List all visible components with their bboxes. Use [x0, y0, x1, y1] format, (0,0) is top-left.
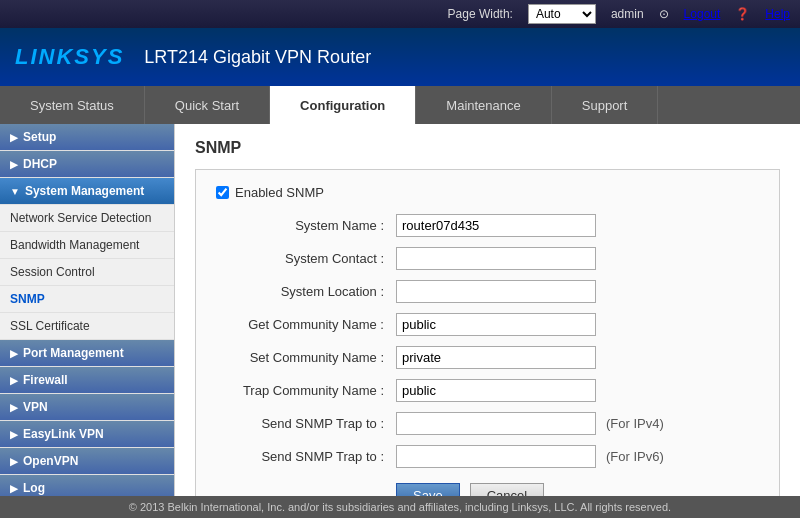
arrow-icon: ▶ — [10, 348, 18, 359]
system-location-input[interactable] — [396, 280, 596, 303]
main-layout: ▶ Setup ▶ DHCP ▼ System Management Netwo… — [0, 124, 800, 496]
page-width-label: Page Width: — [448, 7, 513, 21]
sidebar-item-system-management[interactable]: ▼ System Management — [0, 178, 174, 205]
ipv6-hint: (For IPv6) — [606, 449, 664, 464]
arrow-icon: ▶ — [10, 132, 18, 143]
arrow-icon: ▼ — [10, 186, 20, 197]
arrow-icon: ▶ — [10, 159, 18, 170]
button-row: Save Cancel — [216, 483, 759, 496]
send-snmp-trap-ipv4-label: Send SNMP Trap to : — [216, 416, 396, 431]
sidebar-item-ssl-certificate[interactable]: SSL Certificate — [0, 313, 174, 340]
admin-user: admin — [611, 7, 644, 21]
sidebar-item-openvpn[interactable]: ▶ OpenVPN — [0, 448, 174, 475]
logout-icon: ⊙ — [659, 7, 669, 21]
system-location-row: System Location : — [216, 280, 759, 303]
send-snmp-trap-ipv6-input[interactable] — [396, 445, 596, 468]
arrow-icon: ▶ — [10, 456, 18, 467]
page-title: SNMP — [195, 139, 780, 157]
enabled-snmp-label: Enabled SNMP — [235, 185, 324, 200]
sidebar-item-firewall[interactable]: ▶ Firewall — [0, 367, 174, 394]
system-contact-label: System Contact : — [216, 251, 396, 266]
tab-system-status[interactable]: System Status — [0, 86, 145, 124]
system-name-row: System Name : — [216, 214, 759, 237]
sidebar-item-network-service-detection[interactable]: Network Service Detection — [0, 205, 174, 232]
arrow-icon: ▶ — [10, 429, 18, 440]
sidebar-item-setup[interactable]: ▶ Setup — [0, 124, 174, 151]
system-name-input[interactable] — [396, 214, 596, 237]
help-link[interactable]: Help — [765, 7, 790, 21]
arrow-icon: ▶ — [10, 402, 18, 413]
send-snmp-trap-ipv4-row: Send SNMP Trap to : (For IPv4) — [216, 412, 759, 435]
send-snmp-trap-ipv6-row: Send SNMP Trap to : (For IPv6) — [216, 445, 759, 468]
top-bar: Page Width: Auto 800px 1024px admin ⊙ Lo… — [0, 0, 800, 28]
page-width-select[interactable]: Auto 800px 1024px — [528, 4, 596, 24]
logo: LINKSYS — [15, 44, 124, 70]
sidebar-item-log[interactable]: ▶ Log — [0, 475, 174, 496]
snmp-form: Enabled SNMP System Name : System Contac… — [195, 169, 780, 496]
sidebar-item-dhcp[interactable]: ▶ DHCP — [0, 151, 174, 178]
get-community-name-row: Get Community Name : — [216, 313, 759, 336]
sidebar-item-port-management[interactable]: ▶ Port Management — [0, 340, 174, 367]
enabled-snmp-checkbox[interactable] — [216, 186, 229, 199]
footer: © 2013 Belkin International, Inc. and/or… — [0, 496, 800, 518]
tab-support[interactable]: Support — [552, 86, 659, 124]
save-button[interactable]: Save — [396, 483, 460, 496]
tab-configuration[interactable]: Configuration — [270, 86, 416, 124]
system-contact-input[interactable] — [396, 247, 596, 270]
ipv4-hint: (For IPv4) — [606, 416, 664, 431]
sidebar-item-snmp[interactable]: SNMP — [0, 286, 174, 313]
sidebar-item-bandwidth-management[interactable]: Bandwidth Management — [0, 232, 174, 259]
help-icon: ❓ — [735, 7, 750, 21]
sidebar-item-easylink-vpn[interactable]: ▶ EasyLink VPN — [0, 421, 174, 448]
set-community-name-row: Set Community Name : — [216, 346, 759, 369]
arrow-icon: ▶ — [10, 375, 18, 386]
system-contact-row: System Contact : — [216, 247, 759, 270]
set-community-name-input[interactable] — [396, 346, 596, 369]
sidebar: ▶ Setup ▶ DHCP ▼ System Management Netwo… — [0, 124, 175, 496]
get-community-name-input[interactable] — [396, 313, 596, 336]
footer-text: © 2013 Belkin International, Inc. and/or… — [129, 501, 671, 513]
logout-link[interactable]: Logout — [684, 7, 721, 21]
send-snmp-trap-ipv4-input[interactable] — [396, 412, 596, 435]
tab-maintenance[interactable]: Maintenance — [416, 86, 551, 124]
enabled-snmp-row: Enabled SNMP — [216, 185, 759, 200]
content-area: SNMP Enabled SNMP System Name : System C… — [175, 124, 800, 496]
system-location-label: System Location : — [216, 284, 396, 299]
set-community-name-label: Set Community Name : — [216, 350, 396, 365]
router-title: LRT214 Gigabit VPN Router — [144, 47, 371, 68]
cancel-button[interactable]: Cancel — [470, 483, 544, 496]
nav-tabs: System Status Quick Start Configuration … — [0, 86, 800, 124]
send-snmp-trap-ipv6-label: Send SNMP Trap to : — [216, 449, 396, 464]
system-name-label: System Name : — [216, 218, 396, 233]
trap-community-name-input[interactable] — [396, 379, 596, 402]
arrow-icon: ▶ — [10, 483, 18, 494]
sidebar-item-vpn[interactable]: ▶ VPN — [0, 394, 174, 421]
get-community-name-label: Get Community Name : — [216, 317, 396, 332]
header: LINKSYS LRT214 Gigabit VPN Router — [0, 28, 800, 86]
trap-community-name-row: Trap Community Name : — [216, 379, 759, 402]
tab-quick-start[interactable]: Quick Start — [145, 86, 270, 124]
trap-community-name-label: Trap Community Name : — [216, 383, 396, 398]
sidebar-item-session-control[interactable]: Session Control — [0, 259, 174, 286]
